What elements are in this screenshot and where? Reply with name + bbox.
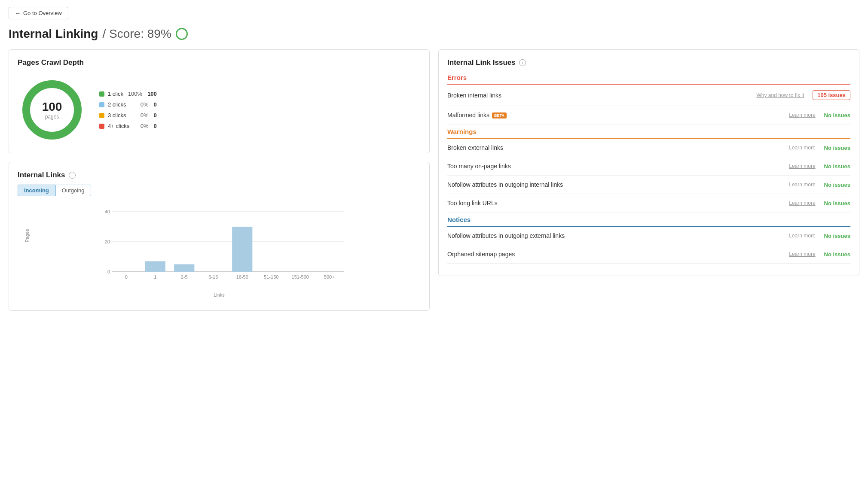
svg-text:6-15: 6-15 xyxy=(208,274,218,279)
issue-name: Orphaned sitemap pages xyxy=(447,251,789,258)
issue-row: Broken external linksLearn moreNo issues xyxy=(447,139,850,157)
legend-dot xyxy=(99,91,104,97)
y-axis-label: Pages xyxy=(24,229,30,242)
right-panel: Internal Link Issues i ErrorsBroken inte… xyxy=(438,49,859,276)
issue-name: Nofollow attributes in outgoing internal… xyxy=(447,181,789,188)
legend-pct: 0% xyxy=(133,123,149,129)
legend-dot xyxy=(99,102,104,107)
learn-more-link[interactable]: Learn more xyxy=(789,163,815,169)
tab-incoming[interactable]: Incoming xyxy=(18,185,55,196)
issue-row: Malformed linksBETALearn moreNo issues xyxy=(447,106,850,125)
bar xyxy=(145,261,165,272)
legend-count: 0 xyxy=(154,101,157,108)
legend-item: 4+ clicks 0% 0 xyxy=(99,123,157,129)
section-errors: ErrorsBroken internal linksWhy and how t… xyxy=(447,74,850,125)
page-title: Internal Linking xyxy=(9,27,98,41)
issue-count: No issues xyxy=(824,251,850,258)
legend-pct: 0% xyxy=(133,101,149,108)
learn-more-link[interactable]: Learn more xyxy=(789,182,815,188)
legend-count: 100 xyxy=(147,91,157,97)
section-header-notices: Notices xyxy=(447,216,850,227)
donut-number: 100 xyxy=(42,100,62,114)
issue-name: Nofollow attributes in outgoing external… xyxy=(447,232,789,239)
legend-dot xyxy=(99,124,104,129)
legend-dot xyxy=(99,113,104,118)
issue-count: No issues xyxy=(824,145,850,151)
issue-name: Malformed linksBETA xyxy=(447,112,789,118)
section-warnings: WarningsBroken external linksLearn moreN… xyxy=(447,128,850,213)
crawl-depth-title: Pages Crawl Depth xyxy=(18,58,421,67)
internal-links-title: Internal Links xyxy=(18,171,65,179)
back-label: Go to Overview xyxy=(23,10,62,16)
crawl-depth-card: Pages Crawl Depth 100 pages xyxy=(9,49,430,153)
internal-links-card: Internal Links i IncomingOutgoing Pages … xyxy=(9,162,430,311)
svg-text:2-5: 2-5 xyxy=(181,274,188,279)
svg-text:20: 20 xyxy=(105,239,110,244)
tab-row: IncomingOutgoing xyxy=(18,185,421,196)
score-label: / Score: 89% xyxy=(102,27,171,41)
svg-text:51-150: 51-150 xyxy=(264,274,278,279)
section-header-warnings: Warnings xyxy=(447,128,850,139)
donut-label: pages xyxy=(42,114,62,120)
issue-row: Too long link URLsLearn moreNo issues xyxy=(447,194,850,213)
info-icon: i xyxy=(69,172,76,179)
legend-pct: 0% xyxy=(133,112,149,118)
legend-item: 2 clicks 0% 0 xyxy=(99,101,157,108)
legend-count: 0 xyxy=(154,123,157,129)
bar xyxy=(232,227,252,272)
learn-more-link[interactable]: Learn more xyxy=(789,200,815,206)
svg-text:1: 1 xyxy=(154,274,156,279)
issue-row: Orphaned sitemap pagesLearn moreNo issue… xyxy=(447,245,850,264)
issue-count: No issues xyxy=(824,233,850,239)
learn-more-link[interactable]: Learn more xyxy=(789,145,815,151)
issue-count: 105 issues xyxy=(813,90,850,100)
beta-badge: BETA xyxy=(492,112,507,118)
back-button[interactable]: ← Go to Overview xyxy=(9,7,68,19)
left-column: Pages Crawl Depth 100 pages xyxy=(9,49,430,311)
legend-item: 3 clicks 0% 0 xyxy=(99,112,157,118)
svg-text:40: 40 xyxy=(105,209,110,214)
donut-chart: 100 pages xyxy=(18,76,86,144)
legend-item: 1 click 100% 100 xyxy=(99,91,157,97)
main-layout: Pages Crawl Depth 100 pages xyxy=(9,49,859,311)
issue-name: Broken external links xyxy=(447,144,789,151)
page-title-row: Internal Linking / Score: 89% xyxy=(9,27,859,41)
x-axis-label: Links xyxy=(214,292,225,298)
section-header-errors: Errors xyxy=(447,74,850,85)
tab-outgoing[interactable]: Outgoing xyxy=(55,185,91,196)
issue-count: No issues xyxy=(824,112,850,118)
legend-label: 1 click xyxy=(108,91,123,97)
learn-more-link[interactable]: Learn more xyxy=(789,112,815,118)
learn-more-link[interactable]: Learn more xyxy=(789,251,815,257)
legend-pct: 100% xyxy=(127,91,142,97)
bar-chart-svg: 02040012-56-1516-5051-150151-500500+ xyxy=(39,207,416,285)
learn-more-link[interactable]: Learn more xyxy=(789,233,815,239)
svg-text:151-500: 151-500 xyxy=(292,274,309,279)
svg-text:16-50: 16-50 xyxy=(236,274,248,279)
score-circle-icon xyxy=(176,28,188,40)
issue-row: Broken internal linksWhy and how to fix … xyxy=(447,85,850,106)
issue-count: No issues xyxy=(824,182,850,188)
bar-chart-container: Pages 02040012-56-1516-5051-150151-50050… xyxy=(18,203,421,302)
panel-title: Internal Link Issues xyxy=(447,58,516,67)
donut-section: 100 pages 1 click 100% 100 2 clicks 0% 0… xyxy=(18,76,421,144)
legend-label: 3 clicks xyxy=(108,112,130,118)
panel-info-icon: i xyxy=(519,59,526,66)
issue-count: No issues xyxy=(824,200,850,207)
svg-text:500+: 500+ xyxy=(324,274,335,279)
issue-row: Nofollow attributes in outgoing internal… xyxy=(447,176,850,194)
learn-more-link[interactable]: Why and how to fix it xyxy=(757,92,804,98)
legend-label: 2 clicks xyxy=(108,101,130,108)
issue-name: Broken internal links xyxy=(447,92,757,99)
issue-count: No issues xyxy=(824,163,850,170)
legend-label: 4+ clicks xyxy=(108,123,130,129)
arrow-left-icon: ← xyxy=(15,10,21,16)
donut-center: 100 pages xyxy=(42,100,62,120)
internal-links-title-row: Internal Links i xyxy=(18,171,421,179)
svg-text:0: 0 xyxy=(125,274,128,279)
issue-row: Too many on-page linksLearn moreNo issue… xyxy=(447,157,850,176)
issues-sections: ErrorsBroken internal linksWhy and how t… xyxy=(447,74,850,264)
issue-name: Too many on-page links xyxy=(447,163,789,170)
issue-name: Too long link URLs xyxy=(447,200,789,207)
page-wrapper: ← Go to Overview Internal Linking / Scor… xyxy=(0,0,868,492)
